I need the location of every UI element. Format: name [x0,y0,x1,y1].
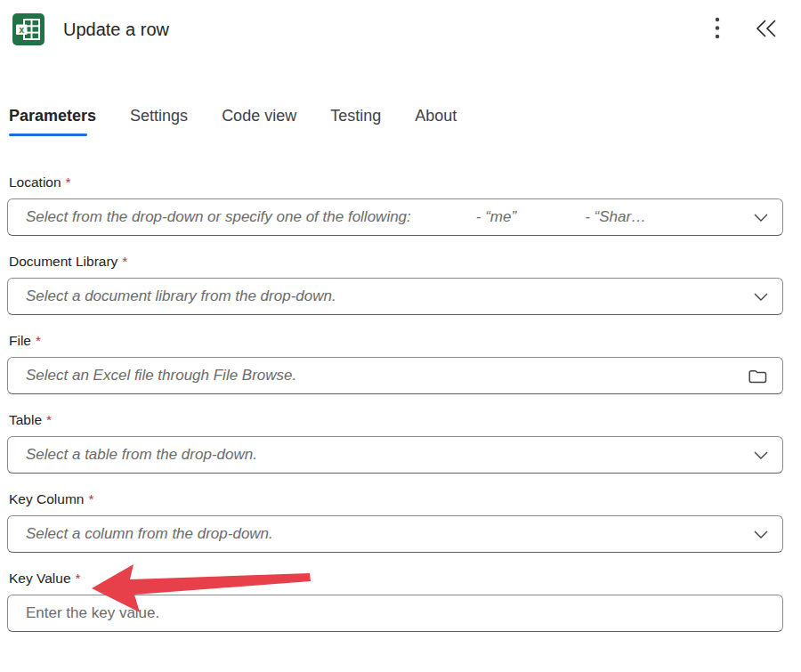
required-asterisk: * [46,412,52,427]
svg-text:x: x [19,25,24,35]
field-file: File* Select an Excel file through File … [7,333,783,394]
field-label-text: Key Value [9,571,71,586]
field-label: Document Library* [9,254,783,270]
chevron-down-icon[interactable] [754,214,768,222]
field-document-library: Document Library* Select a document libr… [7,254,783,315]
placeholder-text: Select from the drop-down or specify one… [26,208,411,226]
tab-settings[interactable]: Settings [130,107,188,136]
tab-label: Testing [330,107,381,125]
field-key-column: Key Column* Select a column from the dro… [7,491,783,553]
field-label-text: Document Library [9,254,117,269]
tab-bar: Parameters Settings Code view Testing Ab… [9,107,801,136]
tab-testing[interactable]: Testing [330,107,381,136]
chevron-down-icon[interactable] [754,451,768,459]
field-location: Location* Select from the drop-down or s… [7,174,783,236]
required-asterisk: * [36,333,41,348]
tab-label: Code view [222,107,296,125]
kebab-menu-icon [714,16,721,44]
double-chevron-left-icon [755,19,778,41]
action-header: x Update a row [0,0,801,45]
required-asterisk: * [76,571,81,586]
file-file-input[interactable]: Select an Excel file through File Browse… [7,357,783,394]
folder-browse-icon[interactable] [748,368,768,384]
field-label: Key Column* [9,491,783,507]
placeholder-extra-me: - “me” [476,208,516,226]
field-label-text: Key Column [9,491,84,506]
field-label: Table* [9,412,783,428]
tab-about[interactable]: About [415,107,457,136]
location-dropdown[interactable]: Select from the drop-down or specify one… [7,198,783,236]
excel-icon: x [12,13,44,45]
field-label-text: Table [9,412,42,427]
field-label: Location* [9,174,783,190]
tab-label: About [415,107,457,125]
document-library-dropdown[interactable]: Select a document library from the drop-… [7,278,783,315]
required-asterisk: * [88,491,93,506]
chevron-down-icon[interactable] [754,293,768,301]
required-asterisk: * [122,254,127,269]
chevron-down-icon[interactable] [754,530,768,538]
field-label: File* [9,333,783,349]
field-label: Key Value* [9,571,783,587]
field-label-text: Location [9,174,61,190]
placeholder-text: Select an Excel file through File Browse… [26,367,296,385]
required-asterisk: * [66,174,71,190]
tab-parameters[interactable]: Parameters [9,107,96,136]
placeholder-text: Select a document library from the drop-… [26,287,336,305]
key-column-dropdown[interactable]: Select a column from the drop-down. [7,515,783,553]
more-options-button[interactable] [712,14,723,45]
action-title: Update a row [63,20,169,40]
table-dropdown[interactable]: Select a table from the drop-down. [7,436,783,474]
parameters-form: Location* Select from the drop-down or s… [7,174,783,632]
placeholder-text: Select a column from the drop-down. [26,525,273,543]
placeholder-text: Select a table from the drop-down. [26,446,257,464]
field-label-text: File [9,333,31,348]
tab-label: Parameters [9,107,96,125]
placeholder-extra-shared: - “Shar… [585,208,646,226]
tab-code-view[interactable]: Code view [222,107,296,136]
placeholder-text: Enter the key value. [26,604,159,622]
tab-label: Settings [130,107,188,125]
key-value-input[interactable]: Enter the key value. [7,595,783,632]
collapse-panel-button[interactable] [753,17,780,43]
field-table: Table* Select a table from the drop-down… [7,412,783,474]
field-key-value: Key Value* Enter the key value. [7,571,783,632]
